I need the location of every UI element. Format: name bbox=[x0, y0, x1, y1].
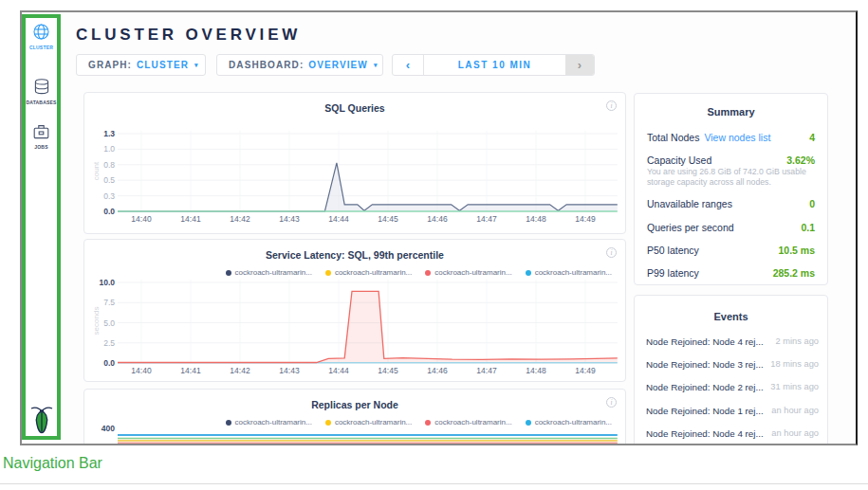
page-title: CLUSTER OVERVIEW bbox=[76, 26, 301, 45]
legend-item[interactable]: cockroach-ultramarin... bbox=[425, 418, 511, 426]
app-window: CLUSTER DATABASES JOBS bbox=[20, 10, 858, 445]
x-axis-label: 14:44 bbox=[323, 366, 355, 375]
x-axis-label: 14:40 bbox=[125, 366, 157, 375]
legend-dot-icon bbox=[226, 270, 231, 276]
summary-value: 3.62% bbox=[786, 154, 815, 166]
summary-value: 0.1 bbox=[801, 222, 815, 233]
chart-legend: cockroach-ultramarin...cockroach-ultrama… bbox=[226, 268, 612, 277]
x-axis-label: 14:49 bbox=[569, 366, 601, 375]
summary-note: You are using 26.8 GiB of 742.0 GiB usab… bbox=[647, 167, 822, 188]
dashboard-dropdown[interactable]: DASHBOARD: OVERVIEW ▾ bbox=[216, 54, 383, 76]
y-axis-unit: seconds bbox=[92, 302, 101, 340]
info-icon[interactable]: i bbox=[606, 100, 617, 111]
legend-dot-icon bbox=[226, 420, 231, 426]
y-axis-unit: count bbox=[92, 152, 101, 190]
time-next-button[interactable]: › bbox=[565, 55, 594, 75]
event-text: Node Rejoined: Node 4 rej... bbox=[646, 428, 764, 439]
x-axis-label: 14:48 bbox=[520, 366, 552, 375]
events-panel: Events Node Rejoined: Node 4 rej...2 min… bbox=[634, 295, 828, 445]
x-axis-label: 14:43 bbox=[273, 366, 305, 375]
summary-label: Capacity Used bbox=[647, 154, 711, 166]
y-axis-label: 0.3 bbox=[90, 191, 115, 201]
legend-item[interactable]: cockroach-ultramarin... bbox=[526, 268, 612, 277]
event-row[interactable]: Node Rejoined: Node 4 rej...2 mins ago bbox=[646, 336, 819, 347]
legend-dot-icon bbox=[325, 270, 331, 276]
x-axis-label: 14:47 bbox=[471, 214, 503, 224]
event-text: Node Rejoined: Node 3 rej... bbox=[646, 359, 764, 370]
x-axis-label: 14:45 bbox=[372, 214, 404, 224]
sidebar-item-cluster[interactable]: CLUSTER bbox=[22, 24, 61, 50]
x-axis-label: 14:41 bbox=[175, 214, 207, 224]
legend-label: cockroach-ultramarin... bbox=[335, 418, 412, 426]
x-axis-label: 14:44 bbox=[323, 214, 355, 224]
chart-title: Replicas per Node bbox=[84, 399, 625, 410]
time-prev-button[interactable]: ‹ bbox=[393, 55, 423, 75]
chart-sql-queries: SQL Queriesi0.00.30.50.81.01.314:4014:41… bbox=[83, 92, 626, 234]
y-axis-label: 0.0 bbox=[90, 358, 115, 368]
summary-label: P50 latency bbox=[647, 245, 699, 256]
briefcase-icon bbox=[33, 124, 49, 139]
cockroach-logo[interactable] bbox=[22, 404, 61, 438]
chart-title: SQL Queries bbox=[84, 102, 625, 114]
divider bbox=[0, 483, 868, 484]
legend-item[interactable]: cockroach-ultramarin... bbox=[226, 418, 312, 426]
y-axis-label: 0.0 bbox=[90, 207, 115, 216]
globe-icon bbox=[33, 24, 49, 40]
event-time: 31 mins ago bbox=[770, 382, 819, 392]
x-axis-label: 14:45 bbox=[372, 366, 404, 375]
graph-dropdown-value: CLUSTER bbox=[137, 60, 189, 70]
sidebar-item-jobs[interactable]: JOBS bbox=[22, 124, 61, 150]
legend-label: cockroach-ultramarin... bbox=[434, 268, 511, 277]
legend-label: cockroach-ultramarin... bbox=[235, 268, 312, 277]
graph-dropdown[interactable]: GRAPH: CLUSTER ▾ bbox=[76, 54, 206, 76]
summary-row: Unavailable ranges0 bbox=[647, 198, 815, 209]
chevron-down-icon: ▾ bbox=[194, 62, 199, 69]
graph-dropdown-label: GRAPH: bbox=[88, 60, 132, 70]
summary-row: Total NodesView nodes list4 bbox=[647, 132, 815, 143]
y-axis-label: 10.0 bbox=[90, 278, 115, 287]
chart-title: Service Latency: SQL, 99th percentile bbox=[84, 249, 625, 261]
event-row[interactable]: Node Rejoined: Node 2 rej...31 mins ago bbox=[646, 382, 819, 392]
event-row[interactable]: Node Rejoined: Node 1 rej...an hour ago bbox=[646, 406, 819, 416]
legend-label: cockroach-ultramarin... bbox=[535, 268, 612, 277]
event-time: an hour ago bbox=[771, 406, 819, 416]
info-icon[interactable]: i bbox=[606, 397, 617, 408]
sidebar-label-jobs: JOBS bbox=[22, 144, 61, 150]
summary-panel: Summary Total NodesView nodes list4Capac… bbox=[634, 93, 828, 285]
info-icon[interactable]: i bbox=[606, 247, 617, 258]
event-time: 2 mins ago bbox=[776, 336, 819, 347]
annotation-navigation-bar: Navigation Bar bbox=[3, 455, 102, 472]
summary-value: 285.2 ms bbox=[773, 267, 815, 279]
legend-dot-icon bbox=[526, 420, 531, 426]
legend-item[interactable]: cockroach-ultramarin... bbox=[526, 418, 612, 426]
event-row[interactable]: Node Rejoined: Node 3 rej...18 mins ago bbox=[646, 359, 819, 370]
summary-label: Unavailable ranges bbox=[647, 198, 732, 209]
x-axis-label: 14:41 bbox=[175, 366, 207, 375]
legend-item[interactable]: cockroach-ultramarin... bbox=[425, 268, 511, 277]
legend-item[interactable]: cockroach-ultramarin... bbox=[325, 418, 412, 426]
summary-label: Total Nodes bbox=[647, 132, 699, 143]
summary-value: 4 bbox=[809, 132, 815, 143]
chart-legend: cockroach-ultramarin...cockroach-ultrama… bbox=[226, 418, 612, 426]
dashboard-dropdown-value: OVERVIEW bbox=[308, 60, 368, 70]
legend-item[interactable]: cockroach-ultramarin... bbox=[226, 268, 312, 277]
chart-replicas-per-node: Replicas per Nodeicockroach-ultramarin..… bbox=[83, 389, 626, 445]
legend-label: cockroach-ultramarin... bbox=[535, 418, 612, 426]
x-axis-label: 14:42 bbox=[224, 366, 256, 375]
event-text: Node Rejoined: Node 1 rej... bbox=[646, 406, 764, 416]
event-row[interactable]: Node Rejoined: Node 4 rej...an hour ago bbox=[646, 428, 819, 439]
summary-label: P99 latency bbox=[647, 267, 699, 279]
legend-label: cockroach-ultramarin... bbox=[335, 268, 412, 277]
view-nodes-link[interactable]: View nodes list bbox=[704, 132, 770, 143]
dashboard-dropdown-label: DASHBOARD: bbox=[229, 60, 304, 70]
legend-item[interactable]: cockroach-ultramarin... bbox=[325, 268, 412, 277]
sidebar-item-databases[interactable]: DATABASES bbox=[22, 79, 61, 105]
summary-value: 0 bbox=[809, 198, 815, 209]
sidebar-label-cluster: CLUSTER bbox=[22, 45, 61, 50]
database-icon bbox=[34, 79, 49, 95]
time-window-label[interactable]: LAST 10 MIN bbox=[423, 55, 565, 75]
events-title: Events bbox=[635, 311, 827, 322]
legend-dot-icon bbox=[425, 270, 431, 276]
summary-row: Capacity Used3.62% bbox=[647, 154, 815, 166]
legend-dot-icon bbox=[325, 420, 331, 426]
